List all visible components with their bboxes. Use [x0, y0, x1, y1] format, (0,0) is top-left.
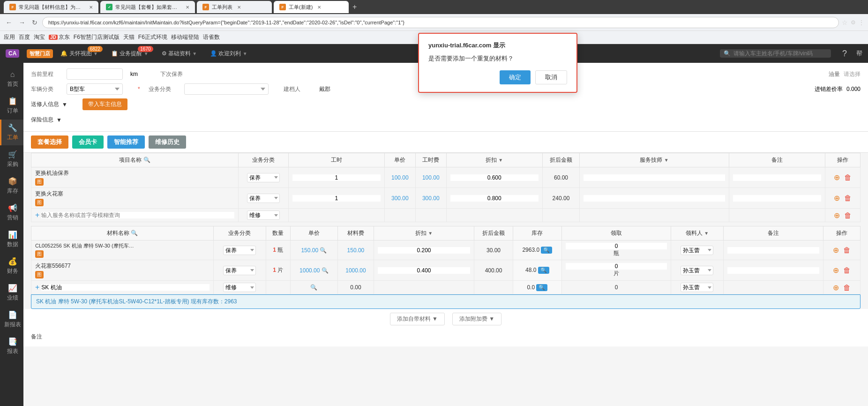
dialog-overlay: yunxiu-trial.f6car.com 显示 是否需要添加一个重复的材料？… — [0, 0, 868, 406]
dialog-message: 是否需要添加一个重复的材料？ — [428, 54, 567, 63]
dialog-buttons: 确定 取消 — [428, 70, 567, 84]
dialog-box: yunxiu-trial.f6car.com 显示 是否需要添加一个重复的材料？… — [418, 33, 577, 93]
dialog-cancel-btn[interactable]: 取消 — [535, 70, 567, 84]
dialog-title: yunxiu-trial.f6car.com 显示 — [428, 41, 567, 50]
dialog-confirm-btn[interactable]: 确定 — [500, 70, 531, 84]
